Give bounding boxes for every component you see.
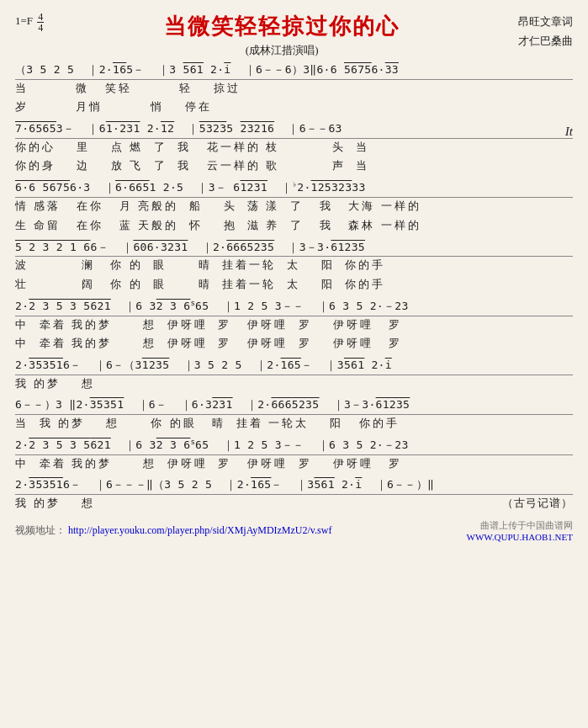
lyrics-2b: 你的身 边 放 飞 了 我 云一样的 歌 声 当 — [15, 157, 573, 175]
page: 1=F 4 4 当微笑轻轻掠过你的心 (成林江措演唱) 昂旺文章词 才仁巴桑曲 … — [0, 0, 588, 728]
site-url: WWW.QUPU.HAOB1.NET — [467, 532, 573, 542]
score-content: （3 5 2 5 ｜2·165－ ｜3 561 2·i ｜6－－6）3‖6·6 … — [15, 61, 573, 514]
composer: 才仁巴桑曲 — [518, 31, 573, 50]
guqin-note: （古弓记谱） — [502, 495, 573, 514]
title-block: 当微笑轻轻掠过你的心 (成林江措演唱) — [45, 12, 518, 58]
notation-3: 6·6 56756·3 ｜6·6651 2·5 ｜3－ 61231 ｜♭2·12… — [15, 179, 573, 198]
lyrics-2a: 你的心 里 点 燃 了 我 花一样的 枝 头 当 — [15, 139, 573, 157]
song-title: 当微笑轻轻掠过你的心 — [45, 12, 518, 41]
site-info: 曲谱上传于中国曲谱网 WWW.QUPU.HAOB1.NET — [467, 519, 573, 542]
score-line-1: （3 5 2 5 ｜2·165－ ｜3 561 2·i ｜6－－6）3‖6·6 … — [15, 61, 573, 116]
lyrics-5b: 中 牵着 我的梦 想 伊呀哩 罗 伊呀哩 罗 伊呀哩 罗 — [15, 335, 573, 353]
score-line-6: 2·353516－ ｜6－（31235 ｜3 5 2 5 ｜2·165－ ｜35… — [15, 357, 573, 392]
it-label: It — [565, 125, 573, 139]
score-line-9: 2·353516－ ｜6－－－‖（3 5 2 5 ｜2·165－ ｜3561 2… — [15, 476, 573, 513]
score-line-8: 2·2 3 5 3 5621 ｜6 32 3 6s65 ｜1 2 5 3－－ ｜… — [15, 437, 573, 473]
header: 1=F 4 4 当微笑轻轻掠过你的心 (成林江措演唱) 昂旺文章词 才仁巴桑曲 — [15, 8, 573, 60]
site-label: 曲谱上传于中国曲谱网 — [467, 519, 573, 532]
credits: 昂旺文章词 才仁巴桑曲 — [518, 12, 573, 51]
score-line-7: 6－－）3 ‖2·35351 ｜6－ ｜6·3231 ｜2·6665235 ｜3… — [15, 396, 573, 432]
score-line-4: 5 2 3 2 1 66－ ｜606·3231 ｜2·6665235 ｜3－3·… — [15, 239, 573, 294]
lyrics-9a: 我 的梦 想 — [15, 495, 95, 513]
lyrics-6a: 我 的梦 想 — [15, 375, 573, 393]
lyrics-4a: 波 澜 你 的 眼 晴 挂着一轮 太 阳 你的手 — [15, 257, 573, 274]
lyrics-1b: 岁 月悄 悄 停在 — [15, 98, 573, 116]
notation-1: （3 5 2 5 ｜2·165－ ｜3 561 2·i ｜6－－6）3‖6·6 … — [15, 61, 573, 80]
lyricist: 昂旺文章词 — [518, 12, 573, 31]
lyrics-8a: 中 牵着 我的梦 想 伊呀哩 罗 伊呀哩 罗 伊呀哩 罗 — [15, 455, 573, 473]
lyrics-4b: 壮 阔 你 的 眼 晴 挂着一轮 太 阳 你的手 — [15, 276, 573, 294]
notation-9: 2·353516－ ｜6－－－‖（3 5 2 5 ｜2·165－ ｜3561 2… — [15, 476, 573, 495]
video-label: 视频地址： — [15, 524, 66, 536]
lyrics-3b: 生 命留 在你 蓝 天般的 怀 抱 滋 养 了 我 森林 一样的 — [15, 217, 573, 235]
score-line-3: 6·6 56756·3 ｜6·6651 2·5 ｜3－ 61231 ｜♭2·12… — [15, 179, 573, 234]
song-subtitle: (成林江措演唱) — [45, 43, 518, 58]
notation-7: 6－－）3 ‖2·35351 ｜6－ ｜6·3231 ｜2·6665235 ｜3… — [15, 396, 573, 415]
video-url: http://player.youku.com/player.php/sid/X… — [68, 524, 331, 536]
score-line-5: 2·2 3 5 3 5621 ｜6 32 3 6s65 ｜1 2 5 3－－ ｜… — [15, 298, 573, 353]
lyrics-3a: 情 感落 在你 月 亮般的 船 头 荡 漾 了 我 大海 一样的 — [15, 198, 573, 215]
lyrics-5a: 中 牵着 我的梦 想 伊呀哩 罗 伊呀哩 罗 伊呀哩 罗 — [15, 316, 573, 334]
lyrics-7a: 当 我 的梦 想 你 的眼 晴 挂着 一轮太 阳 你的手 — [15, 415, 573, 433]
score-line-2: 7·65653－ ｜61·231 2·12 ｜53235 23216 ｜6－－6… — [15, 120, 573, 175]
key-signature: 1=F — [15, 14, 33, 27]
time-signature: 4 4 — [37, 12, 44, 33]
notation-2: 7·65653－ ｜61·231 2·12 ｜53235 23216 ｜6－－6… — [15, 120, 573, 139]
notation-8: 2·2 3 5 3 5621 ｜6 32 3 6s65 ｜1 2 5 3－－ ｜… — [15, 437, 573, 455]
notation-5: 2·2 3 5 3 5621 ｜6 32 3 6s65 ｜1 2 5 3－－ ｜… — [15, 298, 573, 316]
lyrics-1a: 当 微 笑轻 轻 掠过 — [15, 80, 573, 98]
notation-4: 5 2 3 2 1 66－ ｜606·3231 ｜2·6665235 ｜3－3·… — [15, 239, 573, 258]
video-info: 视频地址： http://player.youku.com/player.php… — [15, 523, 331, 538]
key-time-sig: 1=F 4 4 — [15, 12, 45, 33]
notation-6: 2·353516－ ｜6－（31235 ｜3 5 2 5 ｜2·165－ ｜35… — [15, 357, 573, 375]
footer: 视频地址： http://player.youku.com/player.php… — [15, 519, 573, 542]
